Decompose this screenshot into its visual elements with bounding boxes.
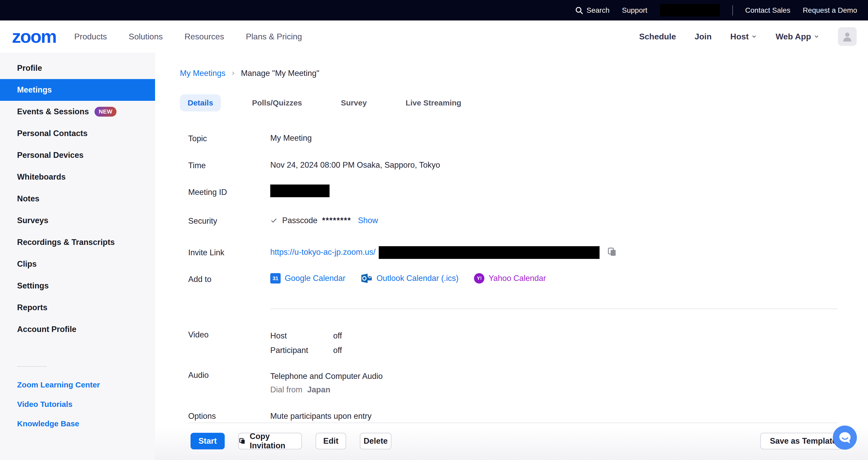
sidebar-item-account-profile[interactable]: Account Profile [0,318,155,340]
sidebar-divider [17,366,46,367]
support-link[interactable]: Support [622,6,647,15]
video-host-label: Host [270,331,287,341]
tab-survey[interactable]: Survey [333,94,375,111]
sidebar-item-clips[interactable]: Clips [0,253,155,275]
sidebar-item-personal-contacts[interactable]: Personal Contacts [0,122,155,144]
sidebar-link-video-tutorials[interactable]: Video Tutorials [0,395,155,414]
copy-invitation-button[interactable]: Copy Invitation [238,433,302,449]
nav-item-solutions[interactable]: Solutions [129,32,163,41]
contact-sales-link[interactable]: Contact Sales [745,6,790,15]
tab-live-streaming[interactable]: Live Streaming [398,94,469,111]
topbar-divider [732,5,733,16]
video-participant-value: off [333,346,342,355]
search-button[interactable]: Search [575,6,610,15]
sidebar-item-settings[interactable]: Settings [0,275,155,297]
sidebar-item-profile[interactable]: Profile [0,57,155,79]
sidebar-item-notes[interactable]: Notes [0,188,155,210]
sidebar-item-recordings-transcripts[interactable]: Recordings & Transcripts [0,231,155,253]
breadcrumb-my-meetings[interactable]: My Meetings [180,69,225,78]
add-to-row: 31 Google Calendar Outlook Calendar (.ic… [270,273,546,284]
nav-item-products[interactable]: Products [74,32,107,41]
main-content: My Meetings Manage "My Meeting" Details … [155,53,868,460]
video-host-value: off [333,331,342,341]
sidebar-item-personal-devices[interactable]: Personal Devices [0,144,155,166]
search-label: Search [587,6,610,15]
invite-link-url[interactable]: https://u-tokyo-ac-jp.zoom.us/ [270,248,376,257]
nav-item-resources[interactable]: Resources [185,32,224,41]
zoom-logo[interactable]: zoom [12,27,56,46]
edit-button[interactable]: Edit [316,433,346,449]
google-calendar-icon: 31 [270,273,281,284]
passcode-label: Passcode [282,216,317,225]
show-passcode-link[interactable]: Show [358,216,378,225]
redacted-phone-number [660,4,720,17]
topic-value: My Meeting [270,134,312,143]
person-icon [841,31,853,42]
video-participant-label: Participant [270,346,308,355]
passcode-mask: ******** [322,216,351,225]
yahoo-calendar-icon: Y! [474,273,484,284]
chevron-right-icon [231,71,236,76]
web-app-dropdown[interactable]: Web App [776,32,819,41]
yahoo-calendar-link[interactable]: Y! Yahoo Calendar [474,273,546,284]
sidebar-link-knowledge-base[interactable]: Knowledge Base [0,414,155,433]
user-avatar[interactable] [838,27,857,46]
check-icon [270,217,278,224]
audio-value: Telephone and Computer Audio [270,372,382,381]
tab-bar: Details Polls/Quizzes Survey Live Stream… [180,94,469,111]
sidebar-item-events-sessions[interactable]: Events & Sessions NEW [0,101,155,122]
main-navigation-bar: zoom Products Solutions Resources Plans … [0,21,868,53]
audio-label: Audio [188,371,209,380]
tab-polls-quizzes[interactable]: Polls/Quizzes [244,94,310,111]
request-demo-link[interactable]: Request a Demo [803,6,857,15]
chat-bubble-icon [837,430,852,445]
breadcrumb: My Meetings Manage "My Meeting" [180,69,319,78]
breadcrumb-current: Manage "My Meeting" [241,69,319,78]
copy-icon [607,247,618,257]
nav-right-group: Schedule Join Host Web App [639,27,868,46]
nav-menu: Products Solutions Resources Plans & Pri… [74,32,302,41]
host-dropdown[interactable]: Host [730,32,757,41]
topic-label: Topic [188,134,207,143]
tab-details[interactable]: Details [180,94,221,111]
search-icon [575,6,584,15]
audio-dial-from: Dial from Japan [270,385,330,395]
join-link[interactable]: Join [694,32,712,41]
options-divider [188,423,838,423]
invite-link-redacted [379,246,599,259]
dial-country: Japan [307,385,331,394]
security-label: Security [188,217,217,226]
outlook-calendar-link[interactable]: Outlook Calendar (.ics) [361,273,459,284]
footer-action-bar: Start Copy Invitation Edit Delete Save a… [155,427,868,460]
security-row: Passcode ******** Show [270,216,378,225]
start-button[interactable]: Start [190,433,225,449]
google-calendar-link[interactable]: 31 Google Calendar [270,273,345,284]
nav-item-plans-pricing[interactable]: Plans & Pricing [246,32,302,41]
time-label: Time [188,161,206,170]
sidebar-item-surveys[interactable]: Surveys [0,210,155,231]
schedule-link[interactable]: Schedule [639,32,676,41]
outlook-calendar-icon [361,273,372,284]
video-label: Video [188,330,209,340]
sidebar-item-reports[interactable]: Reports [0,297,155,318]
new-badge: NEW [94,107,117,117]
chevron-down-icon [814,34,819,39]
options-label: Options [188,411,216,421]
delete-button[interactable]: Delete [360,433,392,449]
add-to-label: Add to [188,275,212,284]
sidebar: Profile Meetings Events & Sessions NEW P… [0,53,155,460]
sidebar-item-whiteboards[interactable]: Whiteboards [0,166,155,188]
meeting-id-label: Meeting ID [188,188,227,197]
chat-support-fab[interactable] [833,426,857,450]
time-value: Nov 24, 2024 08:00 PM Osaka, Sapporo, To… [270,161,440,170]
copy-icon [239,437,246,445]
chevron-down-icon [751,34,757,39]
copy-invite-link-button[interactable] [607,247,618,258]
sidebar-item-meetings[interactable]: Meetings [0,79,155,101]
zoom-web-portal-page: Search Support Contact Sales Request a D… [0,0,868,460]
top-utility-bar: Search Support Contact Sales Request a D… [0,0,868,21]
invite-link-label: Invite Link [188,248,224,257]
sidebar-link-learning-center[interactable]: Zoom Learning Center [0,375,155,395]
meeting-id-redacted [270,184,330,197]
options-value: Mute participants upon entry [270,411,371,421]
